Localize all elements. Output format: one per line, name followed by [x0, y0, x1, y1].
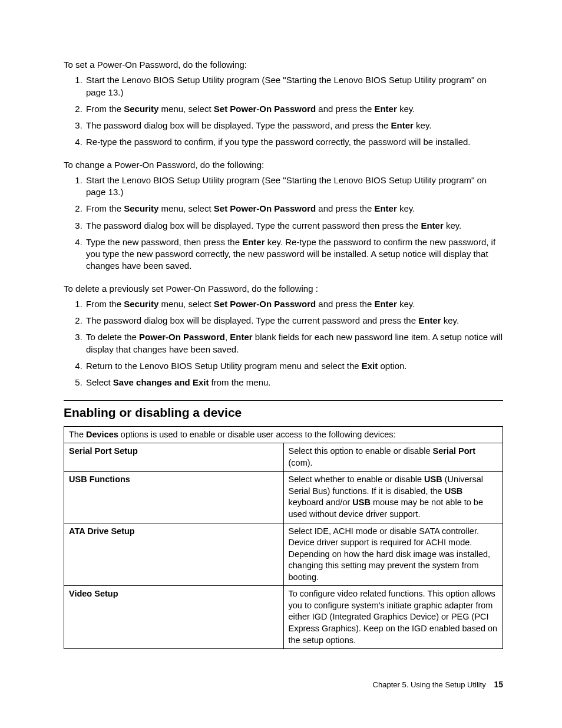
table-row: USB Functions Select whether to enable o… [64, 472, 503, 523]
section-divider [64, 400, 503, 401]
list-item: From the Security menu, select Set Power… [85, 103, 503, 115]
row-label: ATA Drive Setup [64, 523, 284, 586]
table-row: Serial Port Setup Select this option to … [64, 443, 503, 472]
list-item: Return to the Lenovo BIOS Setup Utility … [85, 360, 503, 372]
list-item: Select Save changes and Exit from the me… [85, 377, 503, 388]
set-password-intro: To set a Power-On Password, do the follo… [64, 59, 503, 71]
footer-chapter: Chapter 5. Using the Setup Utility [373, 680, 486, 689]
page-footer: Chapter 5. Using the Setup Utility 15 [373, 679, 503, 690]
list-item: The password dialog box will be displaye… [85, 315, 503, 327]
set-password-steps: Start the Lenovo BIOS Setup Utility prog… [64, 74, 503, 148]
row-desc: Select IDE, ACHI mode or disable SATA co… [283, 523, 503, 586]
row-desc: Select whether to enable or disable USB … [283, 472, 503, 523]
devices-table: The Devices options is used to enable or… [64, 426, 503, 650]
list-item: The password dialog box will be displaye… [85, 220, 503, 232]
table-row: Video Setup To configure video related f… [64, 586, 503, 649]
document-page: To set a Power-On Password, do the follo… [0, 0, 562, 728]
delete-password-steps: From the Security menu, select Set Power… [64, 298, 503, 389]
table-row: ATA Drive Setup Select IDE, ACHI mode or… [64, 523, 503, 586]
list-item: From the Security menu, select Set Power… [85, 203, 503, 215]
section-heading-enabling-device: Enabling or disabling a device [64, 404, 503, 421]
row-desc: Select this option to enable or disable … [283, 443, 503, 472]
change-password-steps: Start the Lenovo BIOS Setup Utility prog… [64, 174, 503, 272]
list-item: From the Security menu, select Set Power… [85, 298, 503, 310]
list-item: Start the Lenovo BIOS Setup Utility prog… [85, 74, 503, 98]
footer-page-number: 15 [494, 680, 503, 689]
list-item: Start the Lenovo BIOS Setup Utility prog… [85, 174, 503, 199]
row-label: USB Functions [64, 472, 284, 523]
list-item: Re-type the password to confirm, if you … [85, 136, 503, 148]
table-intro-cell: The Devices options is used to enable or… [64, 426, 503, 443]
row-desc: To configure video related functions. Th… [283, 586, 503, 649]
delete-password-intro: To delete a previously set Power-On Pass… [64, 283, 503, 295]
list-item: To delete the Power-On Password, Enter b… [85, 331, 503, 355]
change-password-intro: To change a Power-On Password, do the fo… [64, 159, 503, 171]
row-label: Serial Port Setup [64, 443, 284, 472]
row-label: Video Setup [64, 586, 284, 649]
list-item: Type the new password, then press the En… [85, 236, 503, 272]
list-item: The password dialog box will be displaye… [85, 120, 503, 131]
